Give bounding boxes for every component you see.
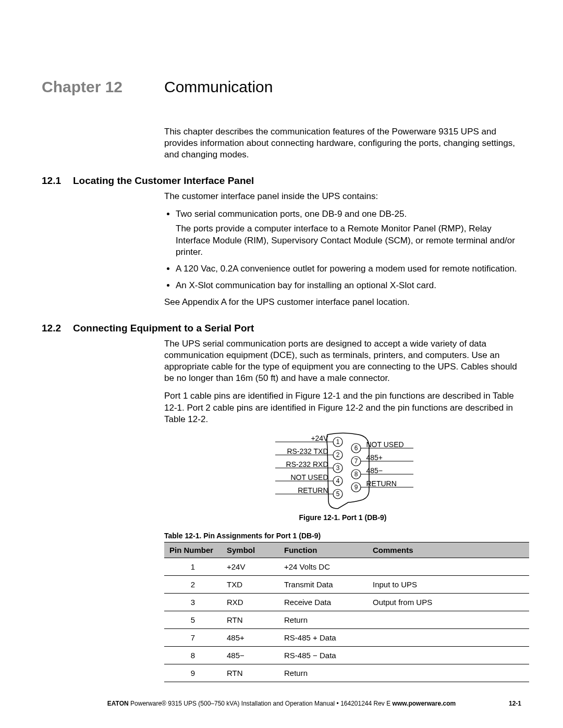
svg-text:5: 5 [336, 490, 339, 498]
table-row: 5 RTN Return [164, 611, 529, 628]
footer-brand: EATON [107, 700, 129, 707]
lead-text: The customer interface panel inside the … [164, 191, 521, 202]
col-comments: Comments [368, 542, 529, 558]
table-row: 8 485− RS-485 − Data [164, 646, 529, 664]
chapter-heading: Chapter 12 Communication [42, 78, 521, 96]
cell-sym: TXD [222, 575, 279, 593]
cell-cm [368, 628, 529, 646]
svg-text:1: 1 [336, 438, 339, 446]
cell-pin: 9 [164, 664, 222, 682]
cell-fn: RS-485 + Data [279, 628, 368, 646]
bullet-item: An X-Slot communication bay for installi… [176, 280, 521, 291]
cell-cm [368, 611, 529, 628]
chapter-intro: This chapter describes the communication… [164, 126, 521, 161]
page-footer: EATON Powerware® 9315 UPS (500–750 kVA) … [42, 700, 521, 707]
cell-sym: RTN [222, 664, 279, 682]
bullet-list: Two serial communication ports, one DB-9… [164, 208, 521, 291]
cell-sym: RTN [222, 611, 279, 628]
cell-pin: 5 [164, 611, 222, 628]
svg-text:7: 7 [354, 458, 358, 465]
pin8-label: 485− [366, 466, 383, 475]
chapter-label: Chapter 12 [42, 78, 164, 96]
pin3-label: RS-232 RXD [286, 460, 328, 469]
pin7-label: 485+ [366, 453, 383, 462]
table-row: 3 RXD Receive Data Output from UPS [164, 593, 529, 611]
tail-text: See Appendix A for the UPS customer inte… [164, 297, 521, 308]
footer-text: Powerware® 9315 UPS (500–750 kVA) Instal… [129, 700, 393, 707]
table-row: 2 TXD Transmit Data Input to UPS [164, 575, 529, 593]
cell-sym: 485+ [222, 628, 279, 646]
section-title: Connecting Equipment to a Serial Port [73, 323, 254, 334]
cell-pin: 3 [164, 593, 222, 611]
table-row: 9 RTN Return [164, 664, 529, 682]
cell-pin: 7 [164, 628, 222, 646]
section-12-1-body: The customer interface panel inside the … [164, 191, 521, 308]
cell-cm: Input to UPS [368, 575, 529, 593]
cell-sym: 485− [222, 646, 279, 664]
section-number: 12.1 [42, 175, 73, 187]
pin6-label: NOT USED [366, 440, 404, 449]
cell-pin: 1 [164, 558, 222, 575]
chapter-title: Communication [164, 78, 273, 96]
table-row: 1 +24V +24 Volts DC [164, 558, 529, 575]
section-12-2-heading: 12.2Connecting Equipment to a Serial Por… [42, 323, 521, 334]
bullet-subtext: The ports provide a computer interface t… [176, 223, 521, 257]
pin4-label: NOT USED [290, 473, 328, 482]
paragraph: Port 1 cable pins are identified in Figu… [164, 390, 521, 425]
pin-assignments-table: Pin Number Symbol Function Comments 1 +2… [164, 542, 529, 682]
paragraph: The UPS serial communication ports are d… [164, 338, 521, 384]
cell-fn: Transmit Data [279, 575, 368, 593]
pin5-label: RETURN [298, 486, 328, 495]
section-12-2-body: The UPS serial communication ports are d… [164, 338, 521, 522]
col-symbol: Symbol [222, 542, 279, 558]
cell-pin: 2 [164, 575, 222, 593]
section-number: 12.2 [42, 323, 73, 334]
svg-text:6: 6 [354, 445, 358, 452]
pin1-label: +24V [311, 434, 328, 443]
figure-12-1: 1 2 3 4 5 6 7 8 9 [164, 431, 521, 522]
svg-text:2: 2 [336, 451, 339, 459]
cell-cm [368, 664, 529, 682]
svg-text:4: 4 [336, 477, 339, 485]
page-number: 12-1 [509, 700, 521, 707]
table-header-row: Pin Number Symbol Function Comments [164, 542, 529, 558]
cell-fn: Receive Data [279, 593, 368, 611]
col-pin: Pin Number [164, 542, 222, 558]
bullet-text: An X-Slot communication bay for installi… [176, 280, 436, 290]
footer-url: www.powerware.com [393, 700, 456, 707]
svg-text:8: 8 [354, 471, 358, 478]
bullet-text: Two serial communication ports, one DB-9… [176, 209, 407, 219]
bullet-item: A 120 Vac, 0.2A convenience outlet for p… [176, 263, 521, 275]
cell-fn: Return [279, 611, 368, 628]
cell-sym: +24V [222, 558, 279, 575]
cell-fn: +24 Volts DC [279, 558, 368, 575]
cell-cm [368, 558, 529, 575]
cell-pin: 8 [164, 646, 222, 664]
svg-text:3: 3 [336, 464, 339, 472]
db9-diagram: 1 2 3 4 5 6 7 8 9 [265, 431, 421, 510]
figure-caption: Figure 12-1. Port 1 (DB-9) [299, 513, 386, 522]
cell-cm: Output from UPS [368, 593, 529, 611]
svg-text:9: 9 [354, 484, 358, 491]
pin9-label: RETURN [366, 479, 397, 488]
cell-sym: RXD [222, 593, 279, 611]
cell-fn: Return [279, 664, 368, 682]
section-title: Locating the Customer Interface Panel [73, 175, 254, 186]
table-caption: Table 12-1. Pin Assignments for Port 1 (… [164, 532, 521, 540]
bullet-item: Two serial communication ports, one DB-9… [176, 208, 521, 257]
table-row: 7 485+ RS-485 + Data [164, 628, 529, 646]
pin2-label: RS-232 TXD [287, 447, 328, 456]
cell-fn: RS-485 − Data [279, 646, 368, 664]
section-12-1-heading: 12.1Locating the Customer Interface Pane… [42, 175, 521, 187]
bullet-text: A 120 Vac, 0.2A convenience outlet for p… [176, 264, 517, 274]
cell-cm [368, 646, 529, 664]
col-function: Function [279, 542, 368, 558]
